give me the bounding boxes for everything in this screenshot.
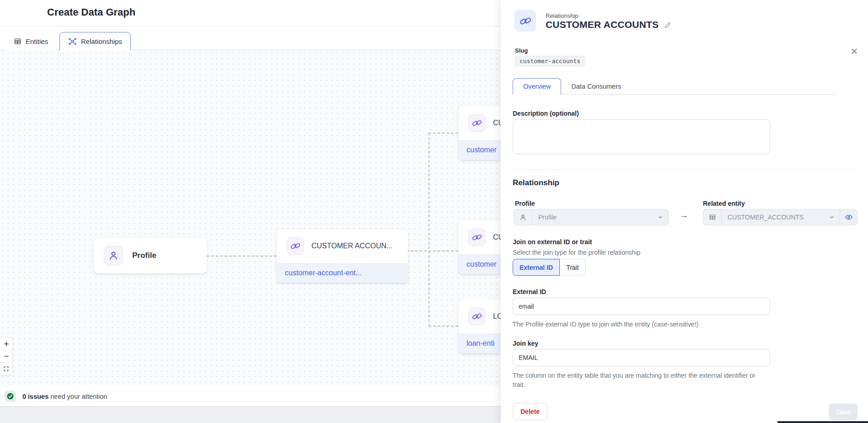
profile-select-value: Profile: [532, 214, 657, 221]
node-right-mid[interactable]: CU customer: [458, 220, 501, 274]
fit-view-button[interactable]: [0, 363, 12, 375]
related-entity-select[interactable]: CUSTOMER_ACCOUNTS: [703, 209, 857, 225]
description-textarea[interactable]: [513, 119, 770, 154]
panel-title: CUSTOMER ACCOUNTS: [546, 19, 659, 30]
relationship-detail-panel: Relationship CUSTOMER ACCOUNTS Slug cust…: [501, 0, 868, 423]
external-id-input[interactable]: [513, 298, 770, 315]
link-icon: [468, 114, 486, 132]
link-icon: [287, 237, 304, 255]
tab-entities-label: Entities: [26, 37, 48, 45]
join-key-input[interactable]: [513, 349, 770, 366]
edge-profile-to-customer-accounts: [207, 256, 277, 257]
table-icon: [14, 37, 21, 45]
issues-count: 0 issues: [22, 393, 48, 400]
issues-rest: need your attention: [48, 393, 107, 400]
node-right-top-slug[interactable]: customer: [458, 140, 501, 160]
join-type-trait[interactable]: Trait: [560, 259, 585, 276]
chevron-down-icon: [657, 214, 668, 220]
related-entity-select-value: CUSTOMER_ACCOUNTS: [722, 214, 829, 221]
external-id-help: The Profile external ID type to join wit…: [513, 320, 698, 329]
node-customer-accounts[interactable]: CUSTOMER ACCOUN... customer-account-ent.…: [277, 229, 408, 283]
create-data-graph-app: Create Data Graph Entities Relationship: [0, 0, 868, 423]
network-icon: [68, 37, 77, 46]
join-type-label: Join on external ID or trait: [513, 238, 592, 246]
graph-canvas[interactable]: Profile CUSTOMER ACCOUN... customer-acco…: [0, 50, 501, 386]
zoom-in-button[interactable]: [0, 338, 12, 350]
edge-branch-vertical: [429, 133, 429, 327]
node-customer-accounts-slug[interactable]: customer-account-ent...: [277, 263, 408, 283]
join-type-toggle: External ID Trait: [513, 259, 586, 276]
edge-branch-bottom: [429, 326, 458, 327]
node-customer-accounts-title: CUSTOMER ACCOUN...: [311, 242, 393, 250]
chevron-down-icon: [829, 214, 840, 220]
node-customer-accounts-header: CUSTOMER ACCOUN...: [277, 229, 408, 263]
delete-button[interactable]: Delete: [513, 403, 547, 420]
link-icon: [468, 229, 486, 246]
issues-status-bar: 0 issues need your attention: [0, 386, 501, 407]
canvas-zoom-controls: [0, 337, 13, 375]
table-icon: [703, 209, 722, 225]
join-key-label: Join key: [513, 340, 538, 347]
tab-entities[interactable]: Entities: [5, 32, 56, 50]
footer-strip: [0, 407, 501, 423]
join-type-help: Select the join type for the profile rel…: [513, 248, 640, 257]
slug-label: Slug: [515, 47, 528, 54]
issues-status-text: 0 issues need your attention: [22, 393, 107, 400]
section-divider: [513, 169, 856, 170]
node-loan-slug[interactable]: loan-enti: [458, 333, 501, 353]
slug-value: customer-accounts: [515, 56, 585, 66]
check-circle-icon: [5, 391, 16, 402]
panel-type-label: Relationship: [546, 12, 579, 19]
node-right-mid-title: CU: [493, 233, 501, 241]
bottom-edge-strip: [777, 421, 868, 423]
person-icon: [104, 246, 123, 265]
tab-relationships-label: Relationships: [81, 37, 122, 45]
node-right-top-title: CU: [493, 119, 501, 127]
edit-title-icon[interactable]: [664, 21, 672, 29]
relationship-link-icon: [514, 10, 536, 32]
description-label: Description (optional): [513, 110, 579, 117]
tab-relationships[interactable]: Relationships: [59, 32, 131, 50]
tab-data-consumers[interactable]: Data Consumers: [561, 78, 631, 95]
profile-label: Profile: [515, 200, 535, 207]
close-panel-icon[interactable]: [851, 48, 858, 55]
link-icon: [468, 308, 486, 325]
node-right-top[interactable]: CU customer: [458, 106, 501, 160]
node-right-mid-slug[interactable]: customer: [458, 254, 501, 274]
zoom-out-button[interactable]: [0, 350, 12, 363]
node-loan-title: LO: [493, 312, 501, 321]
edge-customer-accounts-branch: [402, 251, 458, 252]
tab-overview[interactable]: Overview: [513, 78, 561, 95]
join-type-external-id[interactable]: External ID: [513, 259, 560, 276]
edge-branch-top: [429, 133, 458, 134]
relationship-section-heading: Relationship: [513, 178, 559, 187]
arrow-right-icon: →: [680, 210, 688, 220]
panel-tabs: Overview Data Consumers: [513, 78, 837, 95]
node-profile[interactable]: Profile: [94, 238, 207, 273]
node-profile-label: Profile: [132, 251, 156, 260]
related-entity-label: Related entity: [703, 200, 745, 207]
preview-entity-eye-icon[interactable]: [840, 209, 857, 225]
save-button[interactable]: Save: [829, 403, 857, 420]
external-id-label: External ID: [513, 288, 546, 295]
node-loan[interactable]: LO loan-enti: [458, 300, 501, 353]
join-key-help: The column on the entity table that you …: [513, 371, 762, 390]
profile-select[interactable]: Profile: [514, 209, 669, 225]
view-tabbar: Entities Relationships: [0, 27, 501, 50]
page-title: Create Data Graph: [47, 6, 135, 18]
person-icon: [514, 209, 532, 225]
